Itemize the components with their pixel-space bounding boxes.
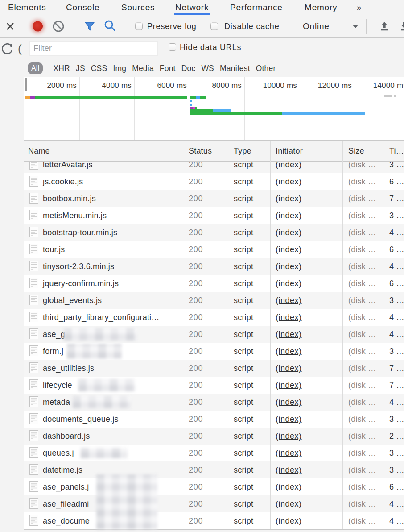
request-initiator[interactable]: (index): [276, 478, 302, 495]
column-header-size[interactable]: Size: [348, 141, 364, 161]
partial-icon: (: [18, 42, 22, 56]
request-initiator[interactable]: (index): [276, 258, 302, 275]
request-time: 4 …: [389, 495, 404, 512]
request-name: ase_fileadmi: [43, 495, 89, 512]
table-row[interactable]: bootbox.min.js 200 script (index) (disk …: [24, 190, 404, 207]
table-row[interactable]: datetime.js 200 script (index) (disk … 3…: [24, 461, 404, 478]
table-row[interactable]: ase_utilities.js 200 script (index) (dis…: [24, 360, 404, 377]
table-row[interactable]: dashboard.js 200 script (index) (disk … …: [24, 428, 404, 445]
request-initiator[interactable]: (index): [276, 309, 302, 326]
export-har-icon[interactable]: [398, 21, 404, 32]
request-time: 7 …: [389, 360, 404, 377]
table-row[interactable]: ase_fileadmi 200 script (index) (disk … …: [24, 495, 404, 512]
clear-icon[interactable]: [52, 20, 65, 33]
search-icon[interactable]: [104, 20, 117, 33]
request-initiator[interactable]: (index): [276, 292, 302, 309]
table-row[interactable]: js.cookie.js 200 script (index) (disk … …: [24, 173, 404, 190]
type-filter-font[interactable]: Font: [160, 64, 176, 73]
type-filter-all[interactable]: All: [28, 62, 43, 74]
type-filter-img[interactable]: Img: [113, 64, 126, 73]
throttling-select[interactable]: Online: [303, 21, 330, 31]
table-row[interactable]: third_party_library_configurati… 200 scr…: [24, 309, 404, 326]
table-row[interactable]: queues.j 200 script (index) (disk … 3 …: [24, 445, 404, 461]
table-row[interactable]: global_events.js 200 script (index) (dis…: [24, 292, 404, 309]
type-filter-xhr[interactable]: XHR: [53, 64, 70, 73]
record-button[interactable]: [33, 21, 43, 32]
refresh-icon[interactable]: [1, 42, 14, 56]
tab-sources[interactable]: Sources: [121, 0, 155, 15]
close-icon[interactable]: [5, 21, 15, 31]
request-type: script: [234, 411, 253, 428]
type-filter-other[interactable]: Other: [256, 64, 276, 73]
table-row[interactable]: letterAvatar.js 200 script (index) (disk…: [24, 162, 404, 173]
type-filter-js[interactable]: JS: [76, 64, 85, 73]
column-header-type[interactable]: Type: [234, 141, 251, 161]
type-filter-ws[interactable]: WS: [201, 64, 214, 73]
filter-input[interactable]: Filter: [29, 41, 158, 56]
request-initiator[interactable]: (index): [276, 461, 302, 478]
request-initiator[interactable]: (index): [276, 360, 302, 377]
column-header-status[interactable]: Status: [189, 141, 212, 161]
throttling-dropdown-arrow-icon[interactable]: [352, 25, 359, 28]
table-row[interactable]: ase_panels.j 200 script (index) (disk … …: [24, 478, 404, 495]
table-row[interactable]: ase_g 200 script (index) (disk … 4 …: [24, 326, 404, 343]
request-initiator[interactable]: (index): [276, 411, 302, 428]
request-initiator[interactable]: (index): [276, 173, 302, 190]
request-initiator[interactable]: (index): [276, 377, 302, 394]
table-row[interactable]: metada 200 script (index) (disk … 4 …: [24, 394, 404, 411]
timeline-tick-label: 12000 ms: [303, 81, 352, 90]
overview-grip[interactable]: [25, 78, 27, 91]
request-initiator[interactable]: (index): [276, 275, 302, 292]
request-initiator[interactable]: (index): [276, 512, 302, 529]
request-initiator[interactable]: (index): [276, 343, 302, 360]
type-filter-media[interactable]: Media: [132, 64, 154, 73]
request-initiator[interactable]: (index): [276, 428, 302, 445]
table-row[interactable]: jquery-confirm.min.js 200 script (index)…: [24, 275, 404, 292]
request-initiator[interactable]: (index): [276, 241, 302, 258]
request-name: metada: [43, 394, 70, 411]
disable-cache-checkbox[interactable]: [210, 23, 218, 30]
summary-bar: [24, 530, 404, 532]
request-initiator[interactable]: (index): [276, 162, 302, 173]
tab-overflow-chevron[interactable]: »: [357, 0, 362, 15]
request-size: (disk …: [348, 173, 376, 190]
request-initiator[interactable]: (index): [276, 394, 302, 411]
column-header-ti[interactable]: Ti…: [389, 141, 404, 161]
table-row[interactable]: form.j 200 script (index) (disk … 3 …: [24, 343, 404, 360]
request-initiator[interactable]: (index): [276, 495, 302, 512]
preserve-log-checkbox[interactable]: [135, 23, 143, 30]
table-row[interactable]: tour.js 200 script (index) (disk … 6 …: [24, 241, 404, 258]
table-row[interactable]: lifecycle 200 script (index) (disk … 7 …: [24, 377, 404, 394]
request-name: bootstrap-tour.min.js: [43, 224, 117, 241]
hide-data-urls-checkbox[interactable]: [169, 43, 176, 51]
tab-network[interactable]: Network: [175, 0, 209, 15]
type-filter-doc[interactable]: Doc: [181, 64, 196, 73]
timeline-overview[interactable]: 2000 ms4000 ms6000 ms8000 ms10000 ms1200…: [24, 77, 404, 141]
request-type: script: [234, 445, 253, 461]
request-initiator[interactable]: (index): [276, 326, 302, 343]
table-row[interactable]: documents_queue.js 200 script (index) (d…: [24, 411, 404, 428]
request-initiator[interactable]: (index): [276, 207, 302, 224]
table-row[interactable]: ase_docume 200 script (index) (disk … 4 …: [24, 512, 404, 529]
tab-memory[interactable]: Memory: [305, 0, 337, 15]
script-file-icon: [29, 481, 38, 492]
request-name: metisMenu.min.js: [43, 207, 107, 224]
request-initiator[interactable]: (index): [276, 190, 302, 207]
column-header-name[interactable]: Name: [28, 141, 50, 161]
filter-icon[interactable]: [84, 21, 95, 32]
request-time: 6 …: [389, 478, 404, 495]
tab-performance[interactable]: Performance: [230, 0, 283, 15]
request-initiator[interactable]: (index): [276, 224, 302, 241]
table-row[interactable]: bootstrap-tour.min.js 200 script (index)…: [24, 224, 404, 241]
tab-elements[interactable]: Elements: [8, 0, 46, 15]
request-initiator[interactable]: (index): [276, 445, 302, 461]
import-har-icon[interactable]: [379, 21, 390, 32]
type-filter-manifest[interactable]: Manifest: [220, 64, 250, 73]
tab-console[interactable]: Console: [66, 0, 99, 15]
type-filter-css[interactable]: CSS: [91, 64, 107, 73]
script-file-icon: [29, 328, 38, 339]
table-row[interactable]: metisMenu.min.js 200 script (index) (dis…: [24, 207, 404, 224]
table-row[interactable]: tinysort-2.3.6.min.js 200 script (index)…: [24, 258, 404, 275]
request-status: 200: [189, 258, 203, 275]
column-header-initiator[interactable]: Initiator: [276, 141, 303, 161]
